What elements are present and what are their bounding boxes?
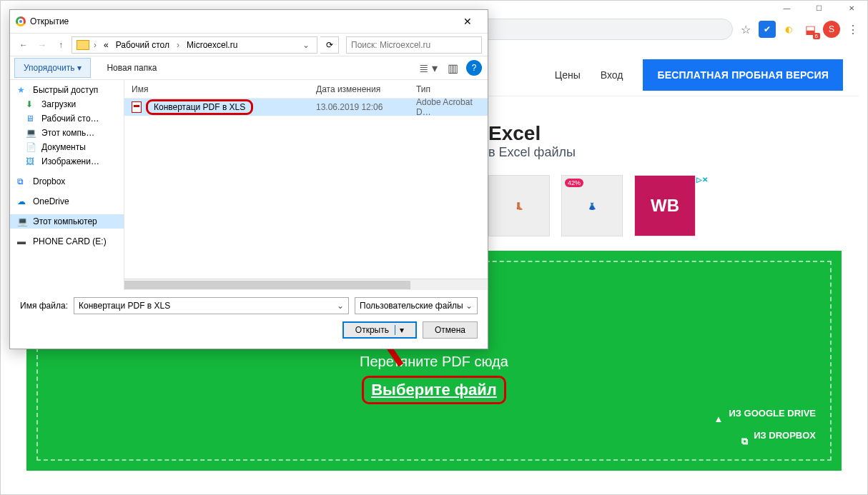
breadcrumb-item[interactable]: Рабочий стол [113, 40, 172, 50]
nav-this-pc[interactable]: 💻Этот компьютер [10, 214, 124, 229]
nav-label: Рабочий сто… [41, 114, 99, 124]
nav-label: PHONE CARD (E:) [33, 236, 107, 246]
from-dropbox-button[interactable]: ⧉ИЗ DROPBOX [711, 424, 816, 446]
dropbox-icon: ⧉ [736, 430, 748, 440]
nav-label: Загрузки [41, 99, 76, 109]
filename-label: Имя файла: [20, 301, 68, 311]
nav-login-link[interactable]: Вход [601, 69, 623, 81]
filename-value: Конвертаци PDF в XLS [79, 301, 170, 311]
free-trial-button[interactable]: БЕСПЛАТНАЯ ПРОБНАЯ ВЕРСИЯ [643, 59, 843, 91]
profile-avatar[interactable]: S [823, 21, 840, 38]
nav-label: OneDrive [33, 196, 69, 206]
extension-icon[interactable]: ✔ [759, 21, 776, 38]
ad-tile[interactable]: WB▷✕ [634, 175, 696, 236]
breadcrumb-dropdown-icon[interactable]: ⌄ [300, 40, 312, 50]
breadcrumb-item[interactable]: Microexcel.ru [184, 40, 240, 50]
onedrive-icon: ☁ [17, 196, 29, 206]
dialog-close-button[interactable]: ✕ [453, 16, 482, 27]
nav-label: Документы [41, 142, 86, 152]
nav-quick-access[interactable]: ★Быстрый доступ [10, 83, 124, 97]
filter-value: Пользовательские файлы [360, 301, 463, 311]
window-close-button[interactable]: ✕ [835, 1, 867, 15]
nav-up-button[interactable]: ↑ [53, 40, 69, 50]
nav-label: Этот компьютер [33, 216, 97, 226]
desktop-icon: 🖥 [26, 114, 37, 124]
documents-icon: 📄 [26, 142, 37, 152]
dropzone-sources: ▲ИЗ GOOGLE DRIVE ⧉ИЗ DROPBOX [711, 402, 816, 446]
file-row[interactable]: Конвертаци PDF в XLS 13.06.2019 12:06 Ad… [124, 99, 488, 116]
window-maximize-button[interactable]: ☐ [803, 1, 835, 15]
download-icon: ⬇ [26, 99, 37, 109]
chrome-menu-button[interactable]: ⋮ [844, 21, 862, 38]
file-list-pane: Имя Дата изменения Тип Конвертаци PDF в … [124, 80, 488, 290]
dialog-titlebar: Открытие ✕ [10, 10, 488, 33]
organize-button[interactable]: Упорядочить▾ [14, 58, 91, 78]
extension-icon[interactable]: ⬓6 [802, 21, 819, 38]
nav-onedrive[interactable]: ☁OneDrive [10, 194, 124, 209]
nav-dropbox[interactable]: ⧉Dropbox [10, 174, 124, 189]
open-button[interactable]: Открыть▾ [342, 321, 417, 339]
breadcrumb-bar[interactable]: › « Рабочий стол › Microexcel.ru ⌄ [71, 36, 317, 54]
nav-forward-button[interactable]: → [34, 40, 50, 50]
sd-card-icon: ▬ [17, 236, 29, 246]
nav-this-pc-short[interactable]: 💻Этот компь… [10, 126, 124, 140]
column-headers: Имя Дата изменения Тип [124, 80, 488, 99]
star-icon: ★ [17, 85, 29, 95]
split-dropdown-icon[interactable]: ▾ [395, 325, 404, 335]
file-name: Конвертаци PDF в XLS [146, 99, 253, 115]
window-minimize-button[interactable]: ― [771, 1, 803, 15]
nav-back-button[interactable]: ← [16, 40, 31, 50]
organize-label: Упорядочить [24, 63, 74, 73]
ad-logo: WB [651, 196, 679, 216]
search-field[interactable]: Поиск: Microexcel.ru [346, 36, 482, 54]
nav-phone-card[interactable]: ▬PHONE CARD (E:) [10, 234, 124, 249]
source-label: ИЗ GOOGLE DRIVE [729, 402, 816, 424]
pictures-icon: 🖼 [26, 156, 37, 166]
ad-strip: 👢 42%👗 WB▷✕ [488, 175, 696, 236]
discount-badge: 42% [565, 179, 583, 187]
nav-label: Dropbox [33, 176, 65, 186]
extension-badge: 6 [813, 33, 820, 39]
dialog-address-bar: ← → ↑ › « Рабочий стол › Microexcel.ru ⌄… [10, 33, 488, 56]
dialog-toolbar: Упорядочить▾ Новая папка ≣ ▾ ▥ ? [10, 56, 488, 80]
scrollbar-thumb[interactable] [124, 281, 410, 289]
new-folder-button[interactable]: Новая папка [98, 59, 165, 77]
filetype-filter[interactable]: Пользовательские файлы⌄ [355, 297, 478, 314]
nav-documents[interactable]: 📄Документы [10, 140, 124, 154]
pc-icon: 💻 [26, 128, 37, 138]
col-date[interactable]: Дата изменения [309, 84, 409, 94]
google-drive-icon: ▲ [711, 408, 723, 418]
nav-prices-link[interactable]: Цены [555, 69, 581, 81]
ad-tile[interactable]: 👢 [488, 175, 550, 236]
chrome-app-icon [16, 16, 26, 26]
nav-desktop[interactable]: 🖥Рабочий сто… [10, 111, 124, 126]
choose-file-link[interactable]: Выберите файл [362, 376, 506, 404]
nav-label: Изображени… [41, 156, 99, 166]
page-title: Excel [488, 122, 541, 145]
col-name[interactable]: Имя [124, 84, 309, 94]
dropbox-icon: ⧉ [17, 176, 29, 186]
filename-combo[interactable]: Конвертаци PDF в XLS⌄ [74, 297, 349, 314]
from-google-drive-button[interactable]: ▲ИЗ GOOGLE DRIVE [711, 402, 816, 424]
col-type[interactable]: Тип [409, 84, 488, 94]
source-label: ИЗ DROPBOX [754, 424, 816, 446]
refresh-button[interactable]: ⟳ [320, 36, 339, 54]
bookmark-star-icon[interactable]: ☆ [737, 21, 754, 38]
pc-icon: 💻 [17, 216, 29, 226]
view-options-button[interactable]: ≣ ▾ [418, 59, 439, 76]
page-subtitle: в Excel файлы [488, 145, 576, 160]
nav-downloads[interactable]: ⬇Загрузки [10, 97, 124, 111]
preview-pane-button[interactable]: ▥ [442, 59, 463, 76]
horizontal-scrollbar[interactable] [124, 279, 488, 290]
nav-label: Этот компь… [41, 128, 94, 138]
ad-tile[interactable]: 42%👗 [561, 175, 623, 236]
chevron-down-icon: ▾ [77, 63, 82, 73]
cancel-button[interactable]: Отмена [423, 321, 478, 339]
file-type: Adobe Acrobat D… [409, 97, 488, 117]
breadcrumb-ellipsis[interactable]: « [101, 40, 112, 50]
nav-pictures[interactable]: 🖼Изображени… [10, 154, 124, 169]
help-button[interactable]: ? [466, 60, 482, 76]
dialog-footer: Имя файла: Конвертаци PDF в XLS⌄ Пользов… [10, 290, 488, 349]
extension-icon[interactable]: ◐ [780, 21, 797, 38]
adchoices-icon[interactable]: ▷✕ [696, 176, 708, 184]
